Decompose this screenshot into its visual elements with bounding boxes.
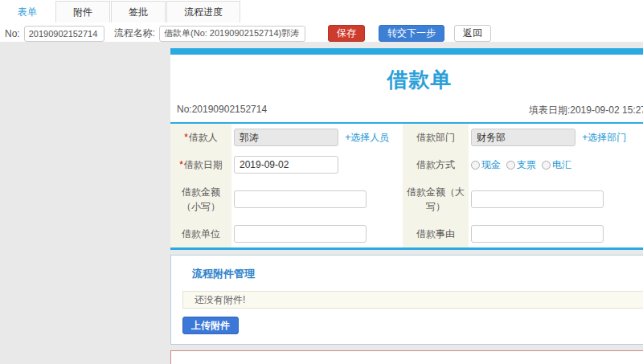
- top-header: 表单 附件 签批 流程进度 No: 流程名称: 保存 转交下一步 返回: [0, 0, 643, 42]
- table-row: *借款人 +选择人员 借款部门 +选择部门: [170, 124, 643, 151]
- required-mark: *: [179, 159, 183, 170]
- amount-uppercase-input[interactable]: [471, 190, 604, 208]
- tab-approval[interactable]: 签批: [111, 1, 166, 22]
- amount-upper-cell: [469, 178, 643, 220]
- loan-form-table: *借款人 +选择人员 借款部门 +选择部门 *借款日期: [170, 124, 643, 247]
- borrow-unit-label: 借款单位: [170, 220, 231, 247]
- no-label: No:: [5, 28, 20, 39]
- tab-form[interactable]: 表单: [0, 1, 55, 22]
- borrow-unit-input[interactable]: [234, 225, 367, 243]
- main-panel: 借款单 No:20190902152714 填表日期:2019-09-02 15…: [170, 48, 643, 364]
- borrow-unit-cell: [231, 220, 403, 247]
- select-department-link[interactable]: +选择部门: [582, 132, 626, 143]
- action-toolbar: No: 流程名称: 保存 转交下一步 返回: [0, 25, 643, 42]
- amount-lowercase-input[interactable]: [234, 190, 367, 208]
- radio-cash[interactable]: 现金: [471, 158, 501, 172]
- radio-icon[interactable]: [471, 161, 480, 170]
- borrow-department-input[interactable]: [471, 129, 575, 146]
- tab-bar: 表单 附件 签批 流程进度: [0, 0, 643, 22]
- borrow-reason-cell: [469, 220, 643, 247]
- radio-check[interactable]: 支票: [506, 158, 536, 172]
- amount-upper-label: 借款金额（大写）: [403, 178, 469, 220]
- no-input[interactable]: [24, 26, 104, 42]
- card-accent-bar: [170, 48, 643, 55]
- tab-attachments[interactable]: 附件: [55, 1, 110, 22]
- attachments-card: 流程附件管理 还没有附件! 上传附件: [170, 255, 643, 345]
- form-no-text: No:20190902152714: [177, 104, 267, 117]
- approval-card: 流程签批意见 B I abc: [170, 350, 643, 364]
- upload-attachment-button[interactable]: 上传附件: [182, 317, 239, 334]
- radio-wire[interactable]: 电汇: [542, 158, 571, 172]
- radio-icon[interactable]: [506, 161, 515, 170]
- borrower-cell: +选择人员: [231, 124, 403, 151]
- form-date-text: 填表日期:2019-09-02 15:27:1: [529, 104, 643, 117]
- amount-lower-cell: [231, 178, 403, 220]
- attachments-heading: 流程附件管理: [192, 267, 643, 281]
- process-name-input[interactable]: [159, 26, 305, 42]
- borrow-department-cell: +选择部门: [469, 124, 643, 151]
- forward-next-step-button[interactable]: 转交下一步: [379, 25, 444, 42]
- borrow-date-label: *借款日期: [170, 151, 231, 178]
- borrower-input[interactable]: [234, 129, 338, 146]
- page-title: 借款单: [170, 55, 643, 102]
- borrow-reason-label: 借款事由: [403, 220, 469, 247]
- borrow-department-label: 借款部门: [403, 124, 469, 151]
- loan-form-card: 借款单 No:20190902152714 填表日期:2019-09-02 15…: [170, 48, 643, 250]
- borrow-date-cell: [231, 151, 403, 178]
- borrow-reason-input[interactable]: [471, 225, 604, 243]
- amount-lower-label: 借款金额（小写）: [170, 178, 231, 220]
- table-row: 借款单位 借款事由: [170, 220, 643, 247]
- borrow-method-cell: 现金 支票 电汇: [469, 151, 643, 178]
- form-meta-row: No:20190902152714 填表日期:2019-09-02 15:27:…: [170, 102, 643, 122]
- table-row: *借款日期 借款方式 现金 支票: [170, 151, 643, 178]
- table-row: 借款金额（小写） 借款金额（大写）: [170, 178, 643, 220]
- borrow-method-radios: 现金 支票 电汇: [471, 158, 571, 172]
- borrow-method-label: 借款方式: [403, 151, 469, 178]
- select-person-link[interactable]: +选择人员: [345, 132, 389, 143]
- radio-icon[interactable]: [542, 161, 551, 170]
- required-mark: *: [184, 132, 188, 143]
- no-attachments-message: 还没有附件!: [182, 291, 643, 309]
- process-name-label: 流程名称:: [114, 27, 155, 40]
- save-button[interactable]: 保存: [328, 25, 365, 42]
- borrow-date-input[interactable]: [234, 156, 338, 174]
- borrower-label: *借款人: [170, 124, 231, 151]
- tab-process-progress[interactable]: 流程进度: [166, 1, 240, 22]
- back-button[interactable]: 返回: [454, 25, 491, 42]
